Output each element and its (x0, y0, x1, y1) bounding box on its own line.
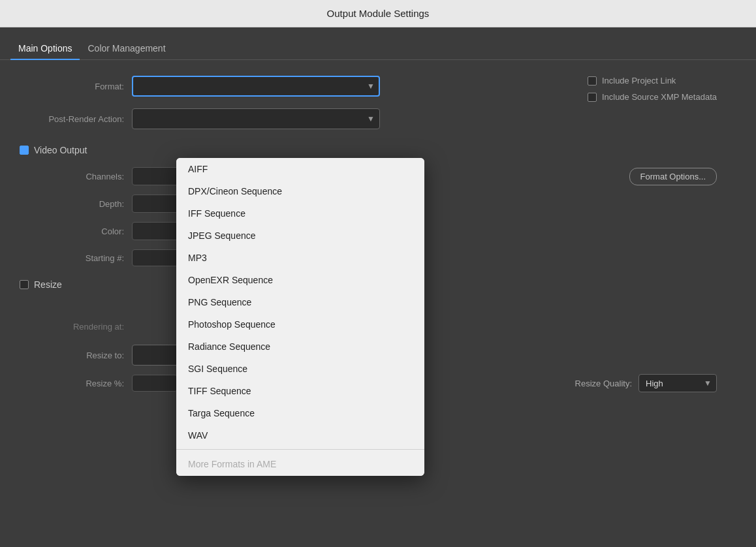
format-row: Format: ▼ Include Project Link Include S… (20, 76, 736, 97)
title-bar: Output Module Settings (0, 0, 756, 27)
depth-label: Depth: (20, 199, 124, 209)
include-source-xmp-row: Include Source XMP Metadata (588, 92, 717, 102)
post-render-row: Post-Render Action: ▼ (20, 108, 736, 129)
video-output-section: Video Output (20, 145, 736, 155)
format-label: Format: (20, 82, 124, 91)
dropdown-item-mp3[interactable]: MP3 (176, 247, 424, 269)
dropdown-divider (176, 449, 424, 450)
video-output-label: Video Output (34, 145, 87, 155)
video-output-checkbox[interactable] (20, 146, 29, 155)
format-select[interactable] (132, 76, 380, 97)
dropdown-item-tiff[interactable]: TIFF Sequence (176, 380, 424, 402)
dropdown-item-openexr[interactable]: OpenEXR Sequence (176, 269, 424, 291)
dropdown-item-photoshop[interactable]: Photoshop Sequence (176, 313, 424, 336)
format-select-wrapper: ▼ (132, 76, 380, 97)
dropdown-item-png[interactable]: PNG Sequence (176, 291, 424, 313)
dropdown-more-formats[interactable]: More Formats in AME (176, 452, 424, 476)
format-dropdown-overlay: AIFF DPX/Cineon Sequence IFF Sequence JP… (176, 158, 424, 476)
tabs-bar: Main Options Color Management (0, 27, 756, 60)
resize-to-label: Resize to: (20, 351, 124, 360)
dropdown-item-radiance[interactable]: Radiance Sequence (176, 336, 424, 358)
format-options-button[interactable]: Format Options... (629, 168, 717, 185)
resize-checkbox[interactable] (20, 280, 29, 289)
window-title: Output Module Settings (327, 8, 430, 19)
dropdown-item-dpx[interactable]: DPX/Cineon Sequence (176, 180, 424, 202)
channels-label: Channels: (20, 172, 124, 181)
include-project-link-checkbox[interactable] (588, 76, 597, 86)
include-project-link-row: Include Project Link (588, 76, 717, 86)
dropdown-item-targa[interactable]: Targa Sequence (176, 402, 424, 424)
starting-hash-label: Starting #: (20, 253, 124, 263)
dropdown-item-jpeg[interactable]: JPEG Sequence (176, 225, 424, 247)
tab-color-management[interactable]: Color Management (80, 38, 173, 60)
post-render-select[interactable] (132, 108, 380, 129)
main-container: Main Options Color Management Format: ▼ … (0, 27, 756, 547)
resize-quality-select-wrapper: High Medium Low ▼ (638, 374, 717, 392)
dropdown-item-wav[interactable]: WAV (176, 424, 424, 446)
post-render-label: Post-Render Action: (20, 114, 124, 124)
post-render-select-wrapper: ▼ (132, 108, 380, 129)
include-source-xmp-label: Include Source XMP Metadata (602, 92, 717, 102)
dropdown-item-sgi[interactable]: SGI Sequence (176, 358, 424, 380)
dropdown-item-iff[interactable]: IFF Sequence (176, 202, 424, 225)
color-label: Color: (20, 227, 124, 236)
include-source-xmp-checkbox[interactable] (588, 93, 597, 102)
resize-percent-x-input[interactable] (132, 375, 178, 392)
resize-quality-label: Resize Quality: (575, 379, 632, 388)
tab-main-options[interactable]: Main Options (10, 38, 80, 60)
rendering-at-label: Rendering at: (20, 322, 124, 332)
resize-label: Resize (34, 279, 62, 290)
resize-percent-label: Resize %: (20, 379, 124, 388)
dropdown-item-aiff[interactable]: AIFF (176, 158, 424, 180)
resize-quality-select[interactable]: High Medium Low (638, 374, 717, 392)
include-project-link-label: Include Project Link (602, 76, 676, 86)
